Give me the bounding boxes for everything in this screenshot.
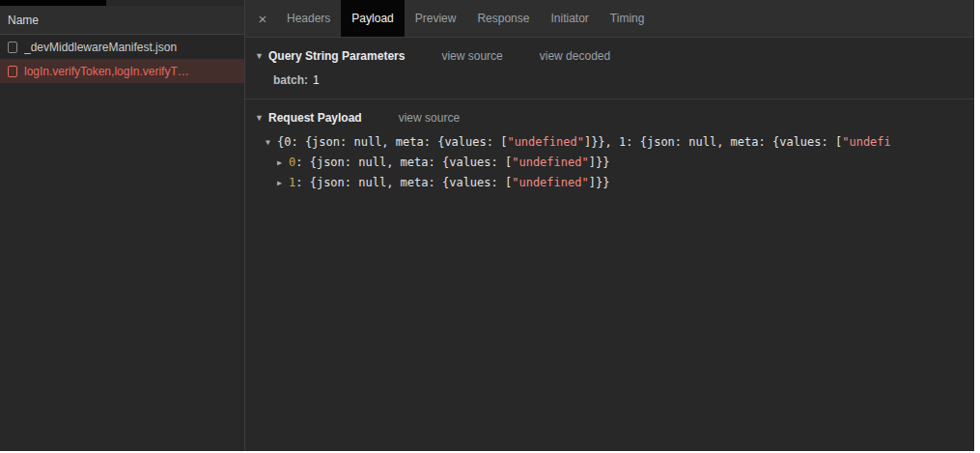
payload-tab-content: ▼ Query String Parameters view source vi… [245,38,980,453]
param-name: batch: [273,73,308,87]
tab-response[interactable]: Response [466,0,540,37]
tab-preview[interactable]: Preview [405,0,467,37]
tab-initiator[interactable]: Initiator [540,0,599,37]
request-name: logIn.verifyToken,logIn.verifyT… [24,65,189,78]
tree-row-item-0[interactable]: ▶ 0: {json: null, meta: {values: ["undef… [245,153,980,173]
tab-timing[interactable]: Timing [600,0,656,37]
request-details-pane: × Headers Payload Preview Response Initi… [245,0,980,453]
view-decoded-link[interactable]: view decoded [540,49,610,63]
query-string-header: ▼ Query String Parameters view source vi… [245,42,980,69]
query-param-row: batch:1 [245,69,980,89]
query-string-title: Query String Parameters [268,49,405,63]
name-column-label: Name [8,14,39,27]
devtools-network-panel: Name _devMiddlewareManifest.json logIn.v… [0,0,980,453]
view-source-link[interactable]: view source [441,49,502,63]
close-icon[interactable]: × [249,11,276,27]
top-strip-black [0,0,106,6]
request-payload-section: ▼ Request Payload view source ▼ {0: {jso… [245,99,980,193]
view-source-link[interactable]: view source [399,111,460,125]
page-edge-right [974,0,980,453]
request-payload-header: ▼ Request Payload view source [245,103,980,130]
tree-row-root[interactable]: ▼ {0: {json: null, meta: {values: ["unde… [245,132,980,153]
file-icon [8,42,17,53]
collapse-triangle-icon[interactable]: ▼ [255,51,268,61]
request-name: _devMiddlewareManifest.json [24,41,177,54]
request-payload-title: Request Payload [268,111,362,125]
tab-payload[interactable]: Payload [341,0,404,37]
collapse-triangle-icon[interactable]: ▼ [255,113,268,123]
tree-row-item-1[interactable]: ▶ 1: {json: null, meta: {values: ["undef… [245,173,980,193]
param-value: 1 [313,73,320,87]
tree-root-preview: {0: {json: null, meta: {values: ["undefi… [277,132,891,153]
expanded-triangle-icon[interactable]: ▼ [266,132,277,153]
file-icon-error [8,66,17,77]
tree-item-preview: 0: {json: null, meta: {values: ["undefin… [289,153,609,173]
payload-json-tree: ▼ {0: {json: null, meta: {values: ["unde… [245,130,980,193]
top-strip [0,0,244,6]
collapsed-triangle-icon[interactable]: ▶ [277,153,289,173]
tab-headers[interactable]: Headers [276,0,341,37]
tree-item-preview: 1: {json: null, meta: {values: ["undefin… [289,173,609,193]
detail-tab-bar: × Headers Payload Preview Response Initi… [245,0,980,38]
request-row-login-verifytoken[interactable]: logIn.verifyToken,logIn.verifyT… [0,59,244,83]
query-string-section: ▼ Query String Parameters view source vi… [245,38,980,99]
collapsed-triangle-icon[interactable]: ▶ [277,173,289,193]
request-row-devmiddleware[interactable]: _devMiddlewareManifest.json [0,35,244,59]
network-request-list: Name _devMiddlewareManifest.json logIn.v… [0,0,245,453]
name-column-header[interactable]: Name [0,6,244,35]
